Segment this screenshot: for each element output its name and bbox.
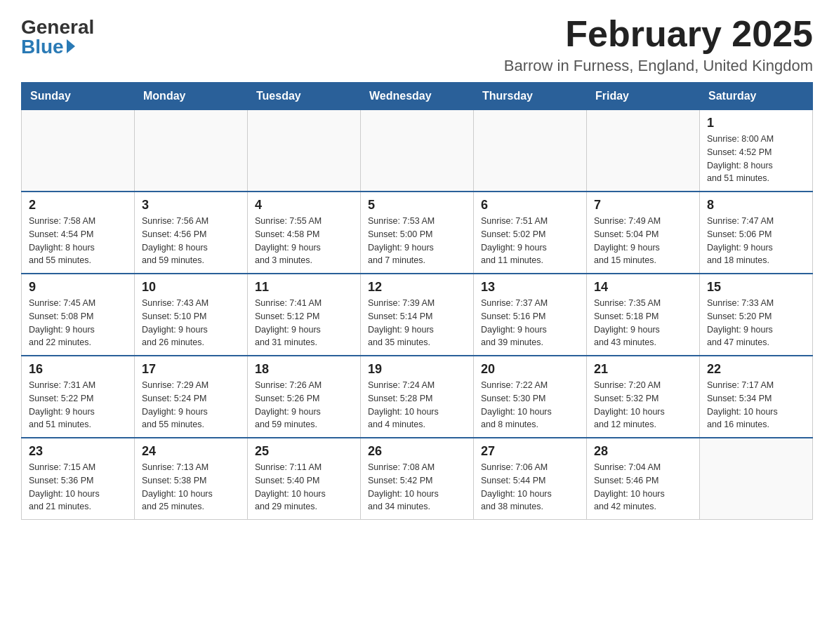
table-row: 5Sunrise: 7:53 AMSunset: 5:00 PMDaylight… [361, 192, 474, 274]
day-number: 3 [142, 198, 240, 213]
table-row: 14Sunrise: 7:35 AMSunset: 5:18 PMDayligh… [587, 274, 700, 356]
day-number: 8 [707, 198, 805, 213]
logo-arrow-icon [67, 39, 75, 53]
table-row: 3Sunrise: 7:56 AMSunset: 4:56 PMDaylight… [135, 192, 248, 274]
week-row-2: 2Sunrise: 7:58 AMSunset: 4:54 PMDaylight… [22, 192, 813, 274]
day-info: Sunrise: 7:22 AMSunset: 5:30 PMDaylight:… [481, 379, 579, 431]
table-row [361, 110, 474, 192]
day-info: Sunrise: 7:17 AMSunset: 5:34 PMDaylight:… [707, 379, 805, 431]
day-number: 18 [255, 362, 353, 377]
day-info: Sunrise: 7:45 AMSunset: 5:08 PMDaylight:… [29, 297, 127, 349]
week-row-3: 9Sunrise: 7:45 AMSunset: 5:08 PMDaylight… [22, 274, 813, 356]
table-row: 23Sunrise: 7:15 AMSunset: 5:36 PMDayligh… [22, 438, 135, 520]
day-number: 22 [707, 362, 805, 377]
day-number: 16 [29, 362, 127, 377]
day-info: Sunrise: 7:47 AMSunset: 5:06 PMDaylight:… [707, 215, 805, 267]
day-info: Sunrise: 8:00 AMSunset: 4:52 PMDaylight:… [707, 133, 805, 185]
day-number: 21 [594, 362, 692, 377]
header-wednesday: Wednesday [361, 83, 474, 110]
week-row-4: 16Sunrise: 7:31 AMSunset: 5:22 PMDayligh… [22, 356, 813, 438]
table-row: 21Sunrise: 7:20 AMSunset: 5:32 PMDayligh… [587, 356, 700, 438]
day-info: Sunrise: 7:06 AMSunset: 5:44 PMDaylight:… [481, 461, 579, 514]
day-number: 6 [481, 198, 579, 213]
day-number: 10 [142, 280, 240, 295]
header-saturday: Saturday [700, 83, 813, 110]
day-info: Sunrise: 7:37 AMSunset: 5:16 PMDaylight:… [481, 297, 579, 349]
header-monday: Monday [135, 83, 248, 110]
logo-general-text: General [21, 18, 94, 37]
day-info: Sunrise: 7:13 AMSunset: 5:38 PMDaylight:… [142, 461, 240, 514]
day-number: 9 [29, 280, 127, 295]
month-title: February 2025 [504, 14, 813, 54]
day-info: Sunrise: 7:26 AMSunset: 5:26 PMDaylight:… [255, 379, 353, 431]
day-info: Sunrise: 7:15 AMSunset: 5:36 PMDaylight:… [29, 461, 127, 514]
table-row: 15Sunrise: 7:33 AMSunset: 5:20 PMDayligh… [700, 274, 813, 356]
table-row [474, 110, 587, 192]
table-row: 19Sunrise: 7:24 AMSunset: 5:28 PMDayligh… [361, 356, 474, 438]
day-info: Sunrise: 7:24 AMSunset: 5:28 PMDaylight:… [368, 379, 466, 431]
day-number: 2 [29, 198, 127, 213]
table-row: 6Sunrise: 7:51 AMSunset: 5:02 PMDaylight… [474, 192, 587, 274]
table-row: 22Sunrise: 7:17 AMSunset: 5:34 PMDayligh… [700, 356, 813, 438]
day-number: 1 [707, 116, 805, 130]
day-info: Sunrise: 7:20 AMSunset: 5:32 PMDaylight:… [594, 379, 692, 431]
day-info: Sunrise: 7:29 AMSunset: 5:24 PMDaylight:… [142, 379, 240, 431]
table-row: 16Sunrise: 7:31 AMSunset: 5:22 PMDayligh… [22, 356, 135, 438]
table-row: 25Sunrise: 7:11 AMSunset: 5:40 PMDayligh… [248, 438, 361, 520]
day-info: Sunrise: 7:39 AMSunset: 5:14 PMDaylight:… [368, 297, 466, 349]
day-number: 25 [255, 444, 353, 459]
header-tuesday: Tuesday [248, 83, 361, 110]
table-row: 18Sunrise: 7:26 AMSunset: 5:26 PMDayligh… [248, 356, 361, 438]
day-info: Sunrise: 7:04 AMSunset: 5:46 PMDaylight:… [594, 461, 692, 514]
table-row [22, 110, 135, 192]
table-row: 26Sunrise: 7:08 AMSunset: 5:42 PMDayligh… [361, 438, 474, 520]
day-number: 5 [368, 198, 466, 213]
day-number: 26 [368, 444, 466, 459]
day-number: 17 [142, 362, 240, 377]
table-row: 20Sunrise: 7:22 AMSunset: 5:30 PMDayligh… [474, 356, 587, 438]
day-number: 24 [142, 444, 240, 459]
table-row: 12Sunrise: 7:39 AMSunset: 5:14 PMDayligh… [361, 274, 474, 356]
day-info: Sunrise: 7:51 AMSunset: 5:02 PMDaylight:… [481, 215, 579, 267]
table-row: 24Sunrise: 7:13 AMSunset: 5:38 PMDayligh… [135, 438, 248, 520]
day-info: Sunrise: 7:56 AMSunset: 4:56 PMDaylight:… [142, 215, 240, 267]
page-header: General Blue February 2025 Barrow in Fur… [21, 14, 813, 75]
day-info: Sunrise: 7:08 AMSunset: 5:42 PMDaylight:… [368, 461, 466, 514]
day-number: 13 [481, 280, 579, 295]
table-row: 9Sunrise: 7:45 AMSunset: 5:08 PMDaylight… [22, 274, 135, 356]
day-number: 23 [29, 444, 127, 459]
header-friday: Friday [587, 83, 700, 110]
table-row: 1Sunrise: 8:00 AMSunset: 4:52 PMDaylight… [700, 110, 813, 192]
week-row-5: 23Sunrise: 7:15 AMSunset: 5:36 PMDayligh… [22, 438, 813, 520]
day-number: 27 [481, 444, 579, 459]
logo: General Blue [21, 14, 94, 57]
logo-blue-text: Blue [21, 37, 75, 57]
header-sunday: Sunday [22, 83, 135, 110]
day-info: Sunrise: 7:11 AMSunset: 5:40 PMDaylight:… [255, 461, 353, 514]
title-section: February 2025 Barrow in Furness, England… [504, 14, 813, 75]
table-row [700, 438, 813, 520]
day-number: 4 [255, 198, 353, 213]
day-info: Sunrise: 7:35 AMSunset: 5:18 PMDaylight:… [594, 297, 692, 349]
table-row: 27Sunrise: 7:06 AMSunset: 5:44 PMDayligh… [474, 438, 587, 520]
day-info: Sunrise: 7:41 AMSunset: 5:12 PMDaylight:… [255, 297, 353, 349]
day-info: Sunrise: 7:55 AMSunset: 4:58 PMDaylight:… [255, 215, 353, 267]
table-row: 4Sunrise: 7:55 AMSunset: 4:58 PMDaylight… [248, 192, 361, 274]
day-number: 20 [481, 362, 579, 377]
week-row-1: 1Sunrise: 8:00 AMSunset: 4:52 PMDaylight… [22, 110, 813, 192]
table-row: 10Sunrise: 7:43 AMSunset: 5:10 PMDayligh… [135, 274, 248, 356]
table-row: 2Sunrise: 7:58 AMSunset: 4:54 PMDaylight… [22, 192, 135, 274]
day-info: Sunrise: 7:33 AMSunset: 5:20 PMDaylight:… [707, 297, 805, 349]
day-number: 14 [594, 280, 692, 295]
table-row: 8Sunrise: 7:47 AMSunset: 5:06 PMDaylight… [700, 192, 813, 274]
table-row [135, 110, 248, 192]
location-subtitle: Barrow in Furness, England, United Kingd… [504, 57, 813, 75]
day-number: 12 [368, 280, 466, 295]
day-number: 28 [594, 444, 692, 459]
day-number: 15 [707, 280, 805, 295]
day-number: 19 [368, 362, 466, 377]
table-row [587, 110, 700, 192]
header-thursday: Thursday [474, 83, 587, 110]
table-row: 11Sunrise: 7:41 AMSunset: 5:12 PMDayligh… [248, 274, 361, 356]
day-info: Sunrise: 7:49 AMSunset: 5:04 PMDaylight:… [594, 215, 692, 267]
